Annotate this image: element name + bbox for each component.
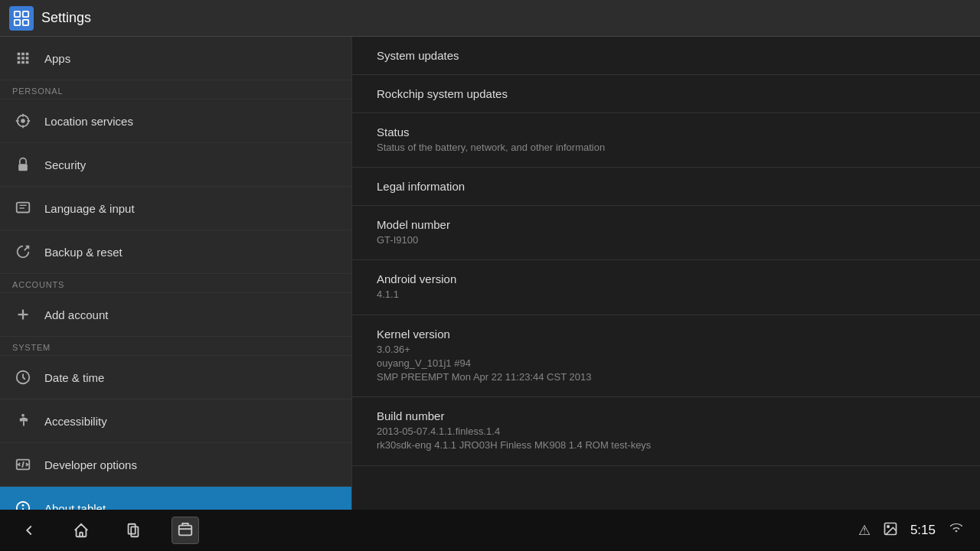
sidebar-label-apps: Apps xyxy=(44,52,70,65)
home-button[interactable] xyxy=(67,517,95,544)
section-accounts: ACCOUNTS xyxy=(0,274,351,293)
sidebar-item-add-account[interactable]: Add account xyxy=(0,293,351,337)
wifi-icon xyxy=(948,522,965,540)
content-title-android-version: Android version xyxy=(377,272,956,285)
sidebar-item-security[interactable]: Security xyxy=(0,143,351,187)
page-title: Settings xyxy=(41,10,91,26)
backup-icon xyxy=(12,241,34,262)
sidebar-item-developer[interactable]: Developer options xyxy=(0,443,351,487)
app-icon xyxy=(9,6,34,31)
content-title-rockchip-updates: Rockchip system updates xyxy=(377,87,956,100)
sidebar-label-language: Language & input xyxy=(44,202,135,215)
nav-left-buttons xyxy=(15,517,199,544)
location-icon xyxy=(12,110,34,132)
svg-rect-0 xyxy=(15,11,20,16)
back-button[interactable] xyxy=(15,517,43,544)
svg-point-18 xyxy=(21,414,24,417)
nav-right-status: ⚠ 5:15 xyxy=(858,521,965,540)
content-sub-status: Status of the battery, network, and othe… xyxy=(377,141,956,155)
content-sub-android-version: 4.1.1 xyxy=(377,288,956,302)
svg-point-5 xyxy=(21,119,25,123)
content-panel: System updatesRockchip system updatesSta… xyxy=(352,37,980,510)
main-layout: Apps PERSONAL Location services xyxy=(0,37,980,510)
accessibility-icon xyxy=(12,410,34,432)
navbar: ⚠ 5:15 xyxy=(0,510,980,551)
add-icon xyxy=(12,304,34,325)
sidebar-label-location: Location services xyxy=(44,115,133,128)
sidebar-item-accessibility[interactable]: Accessibility xyxy=(0,399,351,443)
info-icon xyxy=(12,497,34,510)
content-sub-model: GT-I9100 xyxy=(377,233,956,247)
titlebar: Settings xyxy=(0,0,980,37)
apps-icon xyxy=(12,47,34,69)
screenshot-button[interactable] xyxy=(172,517,199,544)
content-title-build: Build number xyxy=(377,409,956,422)
sidebar-label-developer: Developer options xyxy=(44,458,137,471)
svg-rect-3 xyxy=(23,19,28,24)
content-title-status: Status xyxy=(377,126,956,139)
language-icon xyxy=(12,197,34,219)
sidebar-label-add-account: Add account xyxy=(44,308,108,321)
sidebar-item-backup[interactable]: Backup & reset xyxy=(0,230,351,274)
sidebar-item-datetime[interactable]: Date & time xyxy=(0,356,351,399)
svg-rect-25 xyxy=(179,526,192,536)
svg-point-28 xyxy=(887,525,890,527)
content-sub-build: 2013-05-07.4.1.1.finless.1.4 rk30sdk-eng… xyxy=(377,425,956,452)
content-item-kernel[interactable]: Kernel version3.0.36+ ouyang_V_101j1 #94… xyxy=(352,315,980,398)
section-personal: PERSONAL xyxy=(0,80,351,99)
content-item-model[interactable]: Model numberGT-I9100 xyxy=(352,206,980,260)
image-icon xyxy=(883,521,898,540)
content-title-legal: Legal information xyxy=(377,180,956,193)
lock-icon xyxy=(12,154,34,175)
sidebar-label-backup: Backup & reset xyxy=(44,246,122,259)
clock-icon xyxy=(12,367,34,388)
svg-rect-2 xyxy=(15,19,20,24)
status-time: 5:15 xyxy=(910,523,936,538)
sidebar: Apps PERSONAL Location services xyxy=(0,37,352,510)
content-item-rockchip-updates[interactable]: Rockchip system updates xyxy=(352,75,980,113)
content-item-android-version[interactable]: Android version4.1.1 xyxy=(352,260,980,315)
sidebar-item-language[interactable]: Language & input xyxy=(0,187,351,230)
content-title-system-updates: System updates xyxy=(377,49,956,62)
sidebar-label-about: About tablet xyxy=(44,502,106,510)
section-system: SYSTEM xyxy=(0,337,351,356)
content-title-kernel: Kernel version xyxy=(377,328,956,341)
svg-rect-10 xyxy=(18,164,28,171)
content-item-system-updates[interactable]: System updates xyxy=(352,37,980,75)
content-item-build[interactable]: Build number2013-05-07.4.1.1.finless.1.4… xyxy=(352,397,980,465)
sidebar-label-accessibility: Accessibility xyxy=(44,415,107,428)
sidebar-label-datetime: Date & time xyxy=(44,371,104,384)
developer-icon xyxy=(12,454,34,475)
content-item-legal[interactable]: Legal information xyxy=(352,168,980,206)
svg-rect-11 xyxy=(17,203,30,213)
sidebar-item-about[interactable]: About tablet xyxy=(0,487,351,510)
content-item-status[interactable]: StatusStatus of the battery, network, an… xyxy=(352,113,980,168)
sidebar-label-security: Security xyxy=(44,158,86,171)
content-sub-kernel: 3.0.36+ ouyang_V_101j1 #94 SMP PREEMPT M… xyxy=(377,343,956,385)
recents-button[interactable] xyxy=(119,517,147,544)
svg-rect-1 xyxy=(23,11,28,16)
sidebar-item-apps[interactable]: Apps xyxy=(0,37,351,80)
warning-icon: ⚠ xyxy=(858,522,871,539)
sidebar-item-location[interactable]: Location services xyxy=(0,99,351,143)
content-title-model: Model number xyxy=(377,218,956,231)
